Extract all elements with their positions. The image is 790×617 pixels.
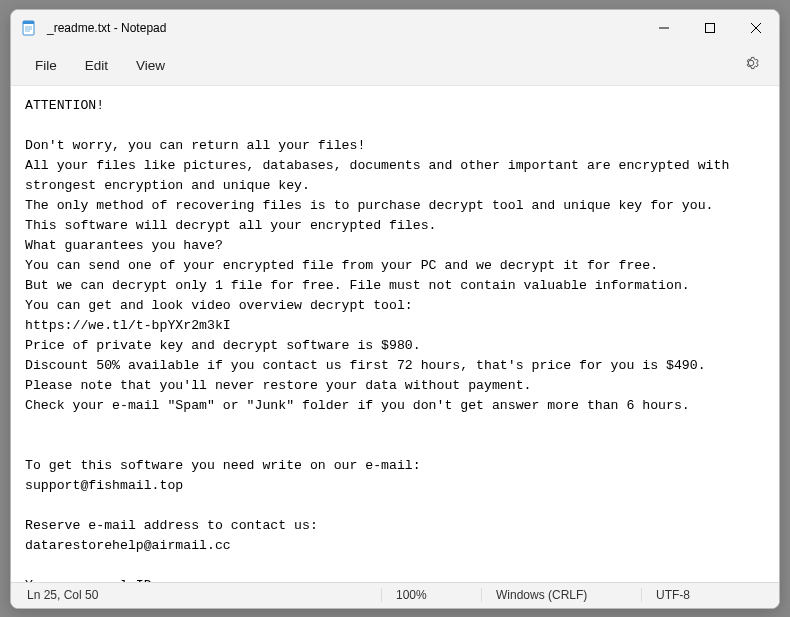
- status-bar: Ln 25, Col 50 100% Windows (CRLF) UTF-8: [11, 582, 779, 608]
- window-title: _readme.txt - Notepad: [47, 21, 166, 35]
- text-editor-area[interactable]: ATTENTION! Don't worry, you can return a…: [11, 86, 779, 582]
- minimize-button[interactable]: [641, 10, 687, 46]
- zoom-level[interactable]: 100%: [381, 588, 481, 602]
- maximize-icon: [705, 23, 715, 33]
- menu-file[interactable]: File: [21, 52, 71, 79]
- menu-view[interactable]: View: [122, 52, 179, 79]
- svg-rect-1: [23, 21, 34, 24]
- menu-bar: File Edit View: [11, 46, 779, 86]
- title-bar[interactable]: _readme.txt - Notepad: [11, 10, 779, 46]
- close-icon: [751, 23, 761, 33]
- notepad-window: _readme.txt - Notepad File Edit View ATT…: [10, 9, 780, 609]
- settings-button[interactable]: [733, 49, 769, 81]
- svg-rect-6: [706, 23, 715, 32]
- menu-edit[interactable]: Edit: [71, 52, 122, 79]
- close-button[interactable]: [733, 10, 779, 46]
- window-controls: [641, 10, 779, 46]
- encoding[interactable]: UTF-8: [641, 588, 779, 602]
- gear-icon: [743, 55, 759, 71]
- notepad-app-icon: [21, 20, 37, 36]
- maximize-button[interactable]: [687, 10, 733, 46]
- minimize-icon: [659, 23, 669, 33]
- cursor-position: Ln 25, Col 50: [11, 588, 381, 602]
- line-ending[interactable]: Windows (CRLF): [481, 588, 641, 602]
